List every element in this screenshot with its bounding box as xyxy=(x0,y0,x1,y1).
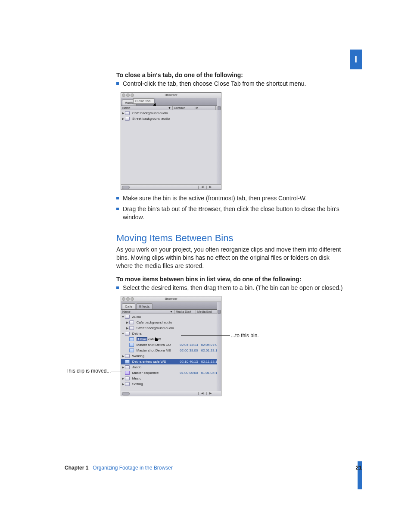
folder-icon xyxy=(125,365,130,369)
callout-line xyxy=(111,371,121,371)
row-label: Master shot Debra CU xyxy=(135,343,179,347)
section1-lead: To close a bin's tab, do one of the foll… xyxy=(116,72,345,78)
callout-line xyxy=(181,335,230,336)
clip-icon xyxy=(129,348,134,352)
browser-row[interactable]: Master shot Debra MS02:00:38:0002:01:33:… xyxy=(121,348,221,353)
disclosure-icon[interactable] xyxy=(121,353,125,359)
section2-para: As you work on your project, you often r… xyxy=(116,246,345,271)
section1-bullets-b: Make sure the bin is the active (frontmo… xyxy=(116,194,345,221)
browser-row[interactable]: Master sequence01:00:00:0001:01:04:15 xyxy=(121,370,221,376)
footer-chapter: Chapter 1 xyxy=(65,465,88,471)
col-name[interactable]: Name ▼ xyxy=(121,310,174,314)
browser-row[interactable]: Debra xyxy=(121,331,221,336)
scrollbar-vertical[interactable] xyxy=(217,302,221,391)
browser-row[interactable]: Walking xyxy=(121,353,221,359)
row-label: Cafe background audio xyxy=(131,111,169,115)
disclosure-icon[interactable] xyxy=(121,314,125,320)
disclosure-icon[interactable] xyxy=(125,320,129,325)
section2-bullets: Select the desired items, then drag them… xyxy=(116,284,345,292)
callout-right: ...to this bin. xyxy=(231,333,259,339)
folder-icon xyxy=(125,332,130,336)
disclosure-icon[interactable] xyxy=(121,110,125,116)
disclosure-icon[interactable] xyxy=(121,364,125,370)
bullet-item: Make sure the bin is the active (frontmo… xyxy=(116,194,345,202)
section2-lead: To move items between bins in list view,… xyxy=(116,276,345,283)
folder-icon xyxy=(125,376,130,380)
row-label: Debra enters cafe WS xyxy=(131,360,179,364)
scrollbar-vertical[interactable] xyxy=(217,98,221,184)
clip-icon xyxy=(129,343,134,347)
disclosure-icon[interactable] xyxy=(121,331,125,336)
traffic-lights[interactable] xyxy=(122,93,134,97)
callout-left: This clip is moved... xyxy=(65,368,111,374)
disclosure-icon[interactable] xyxy=(125,325,129,331)
browser-row[interactable]: Street background audio xyxy=(121,116,221,121)
row-label: Jacob xyxy=(131,365,179,369)
col-in[interactable]: In xyxy=(194,106,216,110)
clip-icon xyxy=(129,337,134,341)
cell-media-start: 01:00:00:00 xyxy=(178,371,199,375)
cell-media-start: 02:04:13:13 xyxy=(178,343,199,347)
col-media-start[interactable]: Media Start xyxy=(174,310,196,314)
page-footer: Chapter 1 Organizing Footage in the Brow… xyxy=(65,464,362,471)
disclosure-icon[interactable] xyxy=(121,116,125,121)
scroll-nav-icons[interactable]: | ◀ | ▶ xyxy=(198,392,212,395)
window-footer: | ◀ | ▶ xyxy=(121,391,221,396)
row-label: Debra xyxy=(131,332,179,336)
disclosure-icon[interactable] xyxy=(121,376,125,381)
heading-moving-items: Moving Items Between Bins xyxy=(116,233,345,244)
scroll-nav-icons[interactable]: | ◀ | ▶ xyxy=(198,185,212,189)
cell-media-start: 02:10:40:13 xyxy=(178,360,199,364)
tab-cafe[interactable]: Cafe xyxy=(122,303,135,309)
section1-bullets-a: Control-click the tab, then choose Close… xyxy=(116,80,345,88)
context-menu-close-tab[interactable]: Close Tab xyxy=(133,98,154,104)
browser-body: Cafe background audio Street background … xyxy=(121,110,221,184)
footer-page: 21 xyxy=(356,464,362,471)
window-title: Browser xyxy=(165,297,177,301)
browser-row[interactable]: Street background audio xyxy=(121,325,221,331)
row-label: Street background audio xyxy=(131,117,171,121)
browser-window-fig1: Browser Audio Close Tab Name ▼ Duration … xyxy=(121,92,221,190)
row-label: Cafe background audio xyxy=(135,320,179,324)
footer-title: Organizing Footage in the Browser xyxy=(93,465,172,471)
browser-row[interactable]: Cafe background audio xyxy=(121,110,221,116)
tab-bar: Audio Close Tab xyxy=(121,98,221,106)
row-label: Street background audio xyxy=(135,326,179,330)
browser-row[interactable]: Cafe background audio xyxy=(121,320,221,325)
column-headers: Name ▼ Duration In xyxy=(121,106,221,110)
row-label: Music xyxy=(131,376,179,380)
bullet-item: Drag the bin's tab out of the Browser, t… xyxy=(116,205,345,221)
col-name[interactable]: Name ▼ xyxy=(121,106,173,110)
browser-window-fig2: Browser Cafe Effects Name ▼ Media Start … xyxy=(121,296,221,396)
browser-row[interactable]: Music xyxy=(121,376,221,381)
row-label: Master sequence xyxy=(131,371,179,375)
browser-row[interactable]: Master shot Debra CU02:04:13:1302:05:27:… xyxy=(121,342,221,348)
column-headers: Name ▼ Media Start Media End xyxy=(121,310,221,314)
browser-row[interactable]: 1 item cafe WS xyxy=(121,336,221,342)
clip-icon xyxy=(125,360,130,364)
browser-row[interactable]: Debra enters cafe WS02:10:40:1302:11:18:… xyxy=(121,359,221,364)
side-tab-index: I xyxy=(350,50,362,69)
browser-row[interactable]: Jacob xyxy=(121,364,221,370)
cursor-icon xyxy=(155,337,158,341)
bullet-item: Select the desired items, then drag them… xyxy=(116,284,345,292)
window-title: Browser xyxy=(165,93,177,97)
scroll-thumb[interactable] xyxy=(122,392,130,395)
folder-icon xyxy=(125,117,130,121)
browser-row[interactable]: Audio xyxy=(121,314,221,320)
row-label: Setting xyxy=(131,382,179,386)
window-titlebar: Browser xyxy=(121,93,221,98)
folder-icon xyxy=(129,326,134,330)
scroll-thumb[interactable] xyxy=(122,186,130,189)
window-titlebar: Browser xyxy=(121,296,221,302)
col-duration[interactable]: Duration xyxy=(173,106,194,110)
row-label: 1 item cafe WS xyxy=(135,337,179,341)
disclosure-icon[interactable] xyxy=(121,381,125,387)
traffic-lights[interactable] xyxy=(122,297,134,301)
col-media-end[interactable]: Media End xyxy=(196,310,218,314)
row-label: Audio xyxy=(131,315,179,319)
tab-bar: Cafe Effects xyxy=(121,302,221,310)
tab-effects[interactable]: Effects xyxy=(136,303,153,309)
browser-row[interactable]: Setting xyxy=(121,381,221,387)
folder-icon xyxy=(125,354,130,358)
